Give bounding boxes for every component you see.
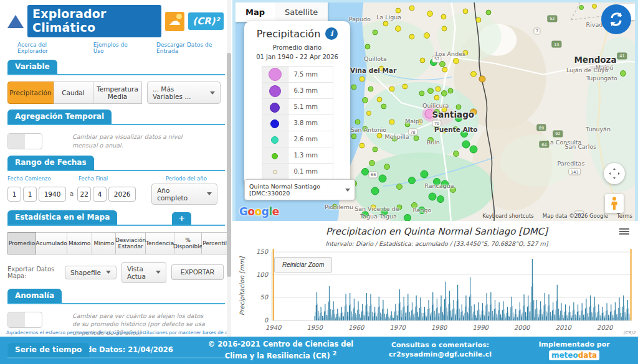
station-marker[interactable] (362, 126, 368, 131)
station-marker[interactable] (427, 137, 434, 143)
end-month-input[interactable]: 4 (93, 187, 107, 202)
station-marker[interactable] (417, 119, 422, 124)
station-marker[interactable] (433, 178, 440, 185)
station-marker[interactable] (409, 34, 414, 40)
station-marker[interactable] (462, 9, 468, 14)
station-marker[interactable] (377, 96, 383, 102)
station-marker[interactable] (453, 58, 459, 64)
stat-button-2[interactable]: Acumulado (36, 232, 67, 254)
station-marker[interactable] (441, 26, 447, 32)
station-marker[interactable] (377, 133, 383, 139)
selected-station-marker[interactable] (424, 110, 434, 119)
station-marker[interactable] (434, 109, 440, 115)
station-marker[interactable] (373, 30, 378, 35)
station-marker[interactable] (384, 164, 390, 170)
station-marker[interactable] (359, 76, 364, 82)
station-marker[interactable] (470, 71, 477, 77)
station-marker[interactable] (441, 90, 447, 96)
link-descargar[interactable]: Descargar Datos de Entrada (156, 42, 224, 54)
station-marker[interactable] (450, 187, 456, 193)
station-marker[interactable] (419, 58, 425, 63)
station-select[interactable]: Quinta Normal Santiago [DMC:330020 (244, 179, 355, 200)
station-marker[interactable] (408, 177, 416, 184)
station-marker[interactable] (579, 5, 584, 10)
station-marker[interactable] (402, 84, 408, 90)
stat-button-8[interactable]: Percentil (202, 232, 228, 254)
start-month-input[interactable]: 1 (23, 187, 37, 202)
station-marker[interactable] (427, 88, 434, 94)
station-marker[interactable] (455, 114, 462, 122)
station-marker[interactable] (463, 50, 469, 56)
variable-button-1[interactable]: Precipitación (7, 82, 54, 104)
station-marker[interactable] (424, 32, 430, 39)
station-marker[interactable] (378, 66, 384, 72)
station-marker[interactable] (331, 203, 337, 209)
station-marker[interactable] (440, 180, 449, 189)
station-marker[interactable] (442, 67, 447, 73)
station-marker[interactable] (434, 95, 440, 101)
refresh-button[interactable] (601, 4, 631, 34)
station-marker[interactable] (475, 17, 481, 23)
end-year-input[interactable]: 2026 (108, 187, 136, 202)
station-marker[interactable] (447, 88, 453, 94)
start-year-input[interactable]: 1940 (39, 187, 66, 202)
station-marker[interactable] (383, 21, 389, 27)
end-day-input[interactable]: 22 (77, 187, 91, 202)
station-marker[interactable] (470, 145, 478, 153)
collapse-triangle-icon[interactable] (7, 15, 24, 28)
map-format-select[interactable]: Shapefile (65, 266, 117, 279)
station-marker[interactable] (368, 86, 374, 91)
pan-control[interactable] (604, 163, 625, 184)
station-marker[interactable] (460, 130, 468, 138)
station-marker[interactable] (434, 125, 440, 131)
station-marker[interactable] (355, 119, 360, 124)
meteodata-logo[interactable]: meteodata (549, 350, 599, 361)
station-marker[interactable] (395, 26, 401, 32)
add-statistic-button[interactable]: + (172, 212, 191, 225)
station-marker[interactable] (456, 105, 462, 110)
station-marker[interactable] (381, 208, 388, 215)
station-marker[interactable] (419, 91, 425, 96)
station-marker[interactable] (418, 207, 426, 214)
google-logo[interactable]: Google (239, 205, 279, 218)
station-marker[interactable] (486, 10, 492, 16)
station-marker[interactable] (421, 170, 429, 178)
station-marker[interactable] (361, 211, 369, 218)
station-marker[interactable] (479, 75, 486, 82)
contact-email[interactable]: cr2sysadmin@dgf.uchile.cl (370, 350, 510, 360)
agregacion-toggle[interactable] (7, 133, 42, 149)
station-marker[interactable] (389, 86, 394, 91)
anomalia-toggle[interactable] (7, 312, 42, 328)
station-marker[interactable] (452, 126, 459, 133)
station-marker[interactable] (370, 204, 376, 210)
station-marker[interactable] (351, 84, 357, 90)
stat-button-7[interactable]: % Disponible (174, 232, 202, 254)
station-marker[interactable] (411, 202, 417, 208)
station-marker[interactable] (366, 111, 371, 116)
station-marker[interactable] (470, 108, 477, 115)
station-marker[interactable] (359, 142, 364, 148)
station-marker[interactable] (429, 193, 437, 201)
station-marker[interactable] (427, 11, 433, 17)
tab-map[interactable]: Map (236, 2, 275, 22)
periodo-select[interactable]: Año completo (151, 184, 217, 205)
link-acerca[interactable]: Acerca del Explorador (17, 42, 70, 54)
stat-button-5[interactable]: Desviación Estandar (116, 232, 146, 254)
station-marker[interactable] (441, 106, 447, 112)
station-marker[interactable] (440, 14, 446, 20)
sidebar-scrollbar-thumb[interactable] (227, 53, 231, 277)
variable-button-3[interactable]: Temperatura Media (93, 82, 142, 104)
stat-button-3[interactable]: Máximo (67, 232, 92, 254)
stat-button-1[interactable]: Promedio (7, 232, 36, 254)
station-marker[interactable] (395, 7, 401, 13)
station-marker[interactable] (409, 6, 414, 11)
station-marker[interactable] (439, 61, 445, 67)
station-marker[interactable] (373, 146, 378, 152)
terms-link[interactable]: Terms (617, 213, 632, 219)
station-marker[interactable] (414, 135, 419, 141)
station-marker[interactable] (437, 195, 444, 203)
tab-satellite[interactable]: Satellite (275, 2, 328, 22)
map-view-select[interactable]: Vista Actua (121, 262, 166, 283)
station-marker[interactable] (430, 58, 437, 66)
stat-button-4[interactable]: Mínimo (92, 232, 116, 254)
